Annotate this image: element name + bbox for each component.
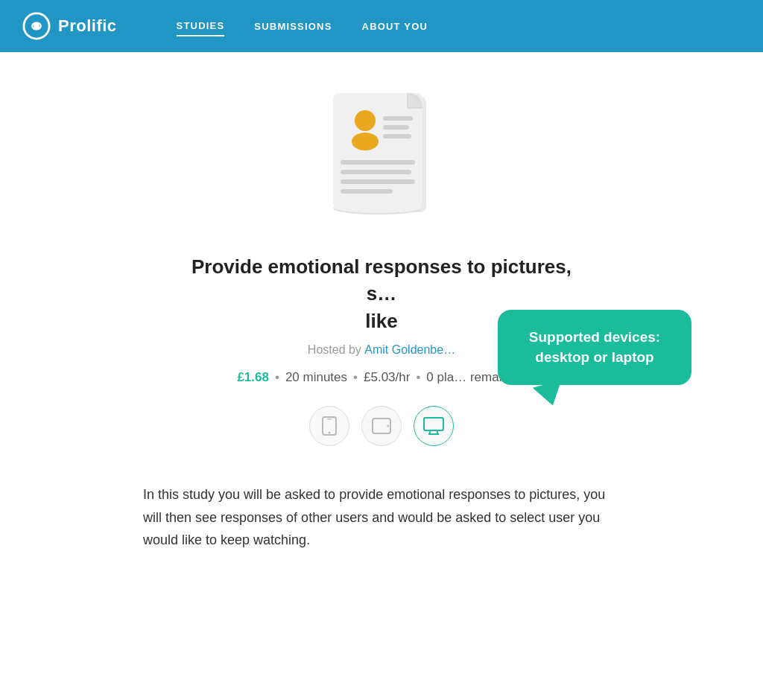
mobile-device-btn[interactable] xyxy=(309,406,349,446)
study-meta: £1.68 • 20 minutes • £5.03/hr • 0 pla… r… xyxy=(237,370,525,385)
svg-rect-6 xyxy=(383,116,413,121)
svg-point-4 xyxy=(355,110,376,131)
svg-rect-9 xyxy=(341,160,415,165)
nav-submissions[interactable]: SUBMISSIONS xyxy=(254,17,332,36)
svg-rect-20 xyxy=(424,418,443,430)
svg-point-1 xyxy=(34,23,39,29)
desktop-icon xyxy=(423,417,444,435)
svg-rect-7 xyxy=(383,125,409,130)
researcher-link[interactable]: Amit Goldenbe… xyxy=(364,343,455,356)
header: Prolific STUDIES SUBMISSIONS ABOUT YOU xyxy=(0,0,763,52)
svg-rect-8 xyxy=(383,134,411,139)
svg-rect-17 xyxy=(327,419,332,420)
device-tooltip: Supported devices: desktop or laptop xyxy=(498,310,691,385)
svg-rect-12 xyxy=(341,189,393,194)
svg-point-19 xyxy=(387,425,390,427)
svg-point-14 xyxy=(333,201,422,213)
study-rate: £5.03/hr xyxy=(364,370,410,385)
brand-name: Prolific xyxy=(58,16,117,36)
device-icons-row: Supported devices: desktop or laptop xyxy=(309,406,454,446)
study-illustration xyxy=(322,82,441,231)
svg-rect-11 xyxy=(341,179,415,184)
tablet-device-btn[interactable] xyxy=(361,406,402,446)
tablet-icon xyxy=(372,418,391,434)
main-content: Provide emotional responses to pictures,… xyxy=(0,52,763,582)
svg-point-5 xyxy=(352,133,379,150)
desktop-device-btn[interactable]: Supported devices: desktop or laptop xyxy=(414,406,454,446)
main-nav: STUDIES SUBMISSIONS ABOUT YOU xyxy=(177,16,428,36)
nav-studies[interactable]: STUDIES xyxy=(177,16,225,36)
logo-area: Prolific xyxy=(22,12,117,40)
study-duration: 20 minutes xyxy=(285,370,347,385)
mobile-icon xyxy=(321,416,338,436)
prolific-logo-icon xyxy=(22,12,51,40)
study-description: In this study you will be asked to provi… xyxy=(143,483,620,552)
nav-about-you[interactable]: ABOUT YOU xyxy=(362,17,428,36)
study-pay: £1.68 xyxy=(237,370,269,385)
hosted-by: Hosted by Amit Goldenbe… xyxy=(308,343,455,357)
svg-point-16 xyxy=(329,432,331,434)
svg-rect-10 xyxy=(341,170,411,174)
